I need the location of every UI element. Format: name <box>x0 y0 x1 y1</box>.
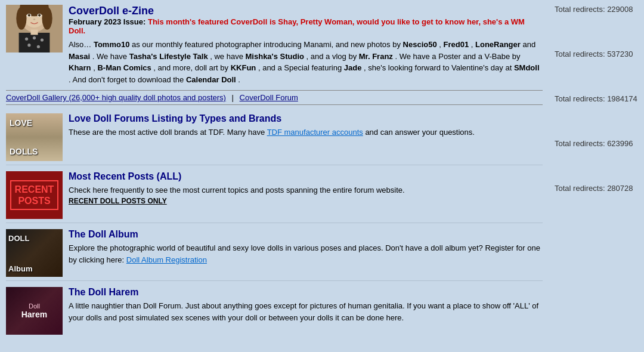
february-line: February 2023 Issue: This month's featur… <box>69 17 543 35</box>
top-redirect: Total redirects: 229008 <box>555 5 638 14</box>
doll-harem-desc-text: A little naughtier than Doll Forum. Just… <box>69 301 538 322</box>
doll-album-title[interactable]: The Doll Album <box>69 229 138 239</box>
doll-harem-title[interactable]: The Doll Harem <box>69 287 138 297</box>
doll-harem-thumbnail: Doll Harem <box>6 287 63 335</box>
svg-rect-17 <box>30 30 38 35</box>
body-text-also: Also… <box>69 40 91 49</box>
body-text-9: . We have a Poster and a V-Babe by <box>395 52 520 61</box>
recent-posts-thumbnail: RECENTPOSTS <box>6 171 63 219</box>
love-doll-thumbnail <box>6 113 63 161</box>
recent-posts-thumb-text: RECENTPOSTS <box>10 180 59 210</box>
svg-point-14 <box>41 38 44 41</box>
tasha-name: Tasha's Lifestyle Talk <box>129 52 208 61</box>
svg-point-10 <box>33 18 35 20</box>
bman-name: B-Man Comics <box>97 63 151 72</box>
recent-posts-item: RECENTPOSTS Most Recent Posts (ALL) Chec… <box>6 168 543 223</box>
body-text-15: . <box>238 75 240 84</box>
svg-point-9 <box>38 14 41 16</box>
body-text-2: as our monthly featured photographer int… <box>132 40 403 49</box>
coverdoll-title-link[interactable]: CoverDoll e-Zine <box>69 5 154 17</box>
svg-point-12 <box>25 38 28 41</box>
loneranger-name: LoneRanger <box>475 40 521 49</box>
doll-album-info: The Doll Album Explore the photographic … <box>69 229 543 277</box>
calendar-name: Calendar Doll <box>186 75 236 84</box>
body-text-14: . And don't forget to download the <box>69 75 186 84</box>
masai-name: Masai <box>69 52 90 61</box>
gallery-link[interactable]: CoverDoll Gallery (26,000+ high quality … <box>6 93 226 102</box>
forum-link[interactable]: CoverDoll Forum <box>240 93 298 102</box>
doll-album-desc: Explore the photographic world of beauti… <box>69 242 543 265</box>
doll-harem-info: The Doll Harem A little naughtier than D… <box>69 287 543 335</box>
body-text: Also… Tommo10 as our monthly featured ph… <box>69 39 543 85</box>
body-text-4: , <box>471 40 475 49</box>
mishka-name: Mishka's Studio <box>246 52 304 61</box>
body-text-3: , <box>439 40 443 49</box>
tommo-name: Tommo10 <box>94 40 129 49</box>
recent-posts-desc: Check here frequently to see the most cu… <box>69 184 543 196</box>
doll-harem-item: Doll Harem The Doll Harem A little naugh… <box>6 283 543 338</box>
body-text-6: . We have <box>92 52 129 61</box>
doll-album-thumbnail <box>6 229 63 277</box>
tdf-manufacturer-link[interactable]: TDF manufacturer accounts <box>267 128 363 137</box>
svg-point-4 <box>16 7 26 30</box>
doll-album-redirect: Total redirects: 623996 <box>555 139 638 148</box>
doll-album-registration-link[interactable]: Doll Album Registration <box>126 255 207 264</box>
love-doll-desc: These are the most active doll brands at… <box>69 126 543 138</box>
love-doll-title[interactable]: Love Doll Forums Listing by Types and Br… <box>69 113 281 123</box>
love-doll-forums-item: Love Doll Forums Listing by Types and Br… <box>6 110 543 165</box>
coverdoll-section: CoverDoll e-Zine February 2023 Issue: Th… <box>6 5 543 85</box>
body-text-7: , we have <box>210 52 245 61</box>
svg-point-16 <box>37 45 40 48</box>
doll-harem-doll-text: Doll <box>21 302 48 310</box>
sidebar: Total redirects: 229008 Total redirects:… <box>549 0 644 345</box>
love-doll-desc-before: These are the most active doll brands at… <box>69 128 267 137</box>
love-doll-redirect: Total redirects: 537230 <box>555 50 638 58</box>
kharn-name: Kharn <box>69 63 91 72</box>
body-text-8: , and a vlog by <box>306 52 359 61</box>
recent-posts-info: Most Recent Posts (ALL) Check here frequ… <box>69 171 543 219</box>
mrfranz-name: Mr. Franz <box>359 52 393 61</box>
svg-point-8 <box>28 14 30 16</box>
love-doll-desc-after: and can answer your questions. <box>365 128 475 137</box>
recent-posts-title[interactable]: Most Recent Posts (ALL) <box>69 171 181 181</box>
doll-album-item: The Doll Album Explore the photographic … <box>6 226 543 281</box>
nescio-name: Nescio50 <box>403 40 437 49</box>
body-text-5: and <box>522 40 535 49</box>
body-text-11: , and more, doll art by <box>153 63 230 72</box>
body-text-12: , and a Special featuring <box>258 63 344 72</box>
kkfun-name: KKFun <box>231 63 256 72</box>
doll-harem-harem-text: Harem <box>21 310 48 319</box>
svg-point-13 <box>33 36 36 39</box>
recent-posts-desc-text: Check here frequently to see the most cu… <box>69 186 405 194</box>
coverdoll-info: CoverDoll e-Zine February 2023 Issue: Th… <box>69 5 543 85</box>
coverdoll-thumbnail <box>6 5 63 53</box>
love-doll-info: Love Doll Forums Listing by Types and Br… <box>69 113 543 161</box>
february-label: February 2023 Issue: <box>69 17 145 26</box>
doll-harem-desc: A little naughtier than Doll Forum. Just… <box>69 300 543 323</box>
svg-rect-11 <box>19 33 50 53</box>
doll-harem-thumb-inner: Doll Harem <box>21 302 48 319</box>
recent-doll-only-link[interactable]: RECENT DOLL POSTS ONLY <box>69 197 167 205</box>
links-separator: | <box>232 93 234 102</box>
recent-posts-redirect: Total redirects: 1984174 <box>555 94 638 103</box>
smdoll-name: SMdoll <box>514 63 540 72</box>
svg-point-5 <box>42 7 52 30</box>
doll-harem-redirect: Total redirects: 280728 <box>555 184 638 193</box>
svg-point-15 <box>27 44 30 47</box>
fred-name: Fred01 <box>444 40 469 49</box>
links-bar: CoverDoll Gallery (26,000+ high quality … <box>6 90 543 105</box>
body-text-13: , she's looking forward to Valentine's d… <box>364 63 514 72</box>
jade-name: Jade <box>344 63 362 72</box>
